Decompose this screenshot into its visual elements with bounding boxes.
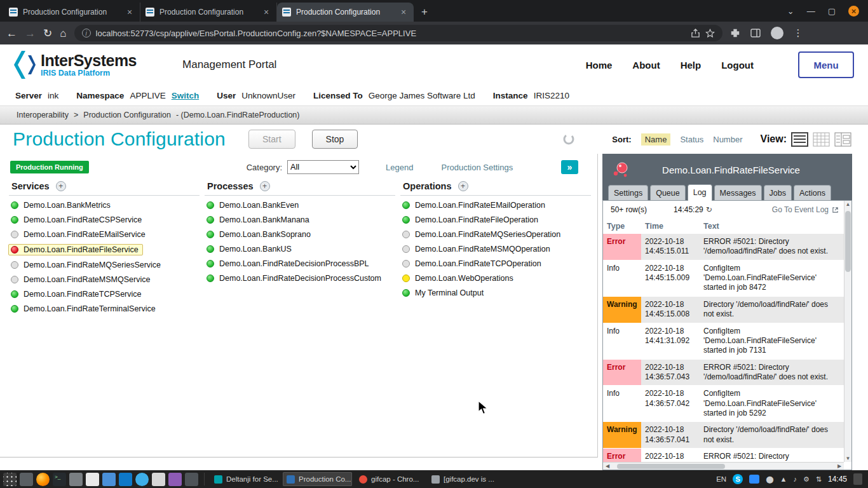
list-item[interactable]: Demo.Loan.BankMetrics xyxy=(9,200,114,210)
show-desktop-button[interactable] xyxy=(853,473,862,485)
category-select[interactable]: All xyxy=(287,160,359,174)
list-item[interactable]: Demo.Loan.FindRateEMailService xyxy=(9,229,149,240)
menu-button[interactable]: Menu xyxy=(798,51,854,78)
table-row[interactable]: Info 2022-10-18 14:45:15.009 ConfigItem … xyxy=(603,260,844,296)
side-panel-icon[interactable] xyxy=(750,28,761,38)
list-item[interactable]: Demo.Loan.FindRateMQSeriesOperation xyxy=(400,229,564,240)
legend-link[interactable]: Legend xyxy=(386,163,413,172)
table-row[interactable]: Error 2022-10-18 ERROR #5021: Directory xyxy=(603,449,844,462)
table-row[interactable]: Warning 2022-10-18 14:45:15.008 Director… xyxy=(603,296,844,323)
extensions-puzzle-icon[interactable] xyxy=(730,28,740,38)
browser-menu-icon[interactable]: ⋮ xyxy=(794,27,803,39)
add-process-button[interactable]: + xyxy=(260,181,270,191)
browser-app-icon[interactable] xyxy=(135,473,149,486)
breadcrumb-root[interactable]: Interoperability xyxy=(17,111,69,119)
nav-logout[interactable]: Logout xyxy=(721,60,754,71)
list-item[interactable]: Demo.Loan.FindRateMQSeriesService xyxy=(9,260,165,270)
view-split-icon[interactable] xyxy=(834,132,851,147)
task-button-deltanji[interactable]: Deltanji for Se... xyxy=(210,472,280,486)
tab-actions[interactable]: Actions xyxy=(794,185,831,200)
switch-link[interactable]: Switch xyxy=(172,91,200,100)
browser-tab-1[interactable]: Production Configuration × xyxy=(4,3,140,22)
table-row[interactable]: Warning 2022-10-18 14:36:57.041 Director… xyxy=(603,422,844,449)
tab-log[interactable]: Log xyxy=(688,184,712,201)
list-item[interactable]: Demo.Loan.BankEven xyxy=(205,200,302,210)
tab-jobs[interactable]: Jobs xyxy=(764,185,792,200)
list-item[interactable]: Demo.Loan.FindRateTerminalService xyxy=(9,304,159,314)
skype-tray-icon[interactable]: S xyxy=(733,474,743,484)
reload-icon[interactable]: ↻ xyxy=(43,28,52,39)
bookmark-star-icon[interactable] xyxy=(705,29,715,38)
sort-by-number[interactable]: Number xyxy=(713,135,742,144)
list-item[interactable]: Demo.Loan.BankUS xyxy=(205,244,295,254)
list-item[interactable]: Demo.Loan.FindRateMSMQOperation xyxy=(400,244,554,254)
url-text[interactable]: localhost:52773/csp/applive/EnsPortal.Pr… xyxy=(96,29,686,38)
media-tool-icon[interactable] xyxy=(168,473,182,486)
share-icon[interactable] xyxy=(691,29,700,38)
keyboard-layout-indicator[interactable]: EN xyxy=(716,475,726,483)
nav-about[interactable]: About xyxy=(632,60,660,71)
list-item[interactable]: Demo.Loan.FindRateDecisionProcessBPL xyxy=(205,259,373,269)
back-icon[interactable]: ← xyxy=(6,28,17,39)
taskbar-clock[interactable]: 14:45 xyxy=(828,475,847,484)
vertical-scroll-thumb[interactable] xyxy=(845,211,851,272)
scroll-down-arrow-icon[interactable]: ▼ xyxy=(844,456,851,461)
table-row[interactable]: Error 2022-10-18 14:36:57.043 ERROR #502… xyxy=(603,359,844,386)
file-manager-icon[interactable] xyxy=(20,473,33,486)
browser-tab-3-active[interactable]: Production Configuration × xyxy=(277,3,414,22)
site-info-icon[interactable]: i xyxy=(82,29,91,37)
firefox-icon[interactable] xyxy=(36,473,50,486)
list-item[interactable]: Demo.Loan.FindRateMSMQService xyxy=(9,274,154,285)
updates-tray-icon[interactable]: ⬤ xyxy=(766,475,773,484)
notes-app-icon[interactable] xyxy=(152,473,165,486)
start-button[interactable]: Start xyxy=(248,130,295,149)
col-text[interactable]: Text xyxy=(700,220,844,234)
view-grid-icon[interactable] xyxy=(813,132,830,147)
list-item[interactable]: Demo.Loan.FindRateTCPService xyxy=(9,289,146,299)
network-tray-icon[interactable]: ▲ xyxy=(780,475,787,483)
list-item[interactable]: My Terminal Output xyxy=(400,288,487,298)
table-row[interactable]: Info 2022-10-18 14:36:57.042 ConfigItem … xyxy=(603,386,844,422)
refresh-icon[interactable]: ↻ xyxy=(706,205,712,214)
tab-close-icon[interactable]: × xyxy=(261,7,271,17)
sort-by-name[interactable]: Name xyxy=(641,133,671,146)
list-item[interactable]: Demo.Loan.BankSoprano xyxy=(205,229,315,240)
scroll-up-arrow-icon[interactable]: ▲ xyxy=(844,201,851,207)
list-item[interactable]: Demo.Loan.BankManana xyxy=(205,215,313,225)
app-menu-icon[interactable] xyxy=(3,473,17,486)
address-bar[interactable]: i localhost:52773/csp/applive/EnsPortal.… xyxy=(74,25,722,41)
col-type[interactable]: Type xyxy=(603,220,641,234)
task-button-gifcap-sharing[interactable]: [gifcap.dev is ... xyxy=(428,472,497,486)
profile-avatar[interactable] xyxy=(771,27,783,39)
list-item[interactable]: Demo.Loan.FindRateEMailOperation xyxy=(400,200,549,210)
window-maximize-button[interactable]: ▢ xyxy=(828,6,836,16)
tab-queue[interactable]: Queue xyxy=(650,185,686,200)
new-tab-button[interactable]: + xyxy=(416,4,433,20)
task-button-gifcap[interactable]: gifcap - Chro... xyxy=(355,472,424,486)
view-list-icon[interactable] xyxy=(791,132,808,147)
camera-tray-icon[interactable] xyxy=(749,475,759,484)
system-tool-icon[interactable] xyxy=(69,473,83,486)
tab-search-chevron-icon[interactable]: ⌄ xyxy=(787,6,794,16)
home-icon[interactable]: ⌂ xyxy=(60,28,66,39)
screenshot-tool-icon[interactable] xyxy=(185,473,198,486)
tab-settings[interactable]: Settings xyxy=(608,185,648,200)
window-minimize-button[interactable]: — xyxy=(807,6,815,16)
production-settings-link[interactable]: Production Settings xyxy=(441,163,513,172)
nav-home[interactable]: Home xyxy=(586,60,613,71)
scroll-left-arrow-icon[interactable]: ◀ xyxy=(603,463,612,469)
list-item[interactable]: Demo.Loan.FindRateTCPOperation xyxy=(400,259,545,269)
code-editor-icon[interactable] xyxy=(119,473,132,486)
expand-panel-button[interactable]: » xyxy=(561,160,578,174)
stop-button[interactable]: Stop xyxy=(312,130,358,149)
window-close-button[interactable]: × xyxy=(848,6,859,17)
list-item[interactable]: Demo.Loan.FindRateDecisionProcessCustom xyxy=(205,273,385,283)
table-row[interactable]: Info 2022-10-18 14:41:31.092 ConfigItem … xyxy=(603,323,844,359)
add-operation-button[interactable]: + xyxy=(458,181,468,191)
settings-tray-icon[interactable]: ⚙ xyxy=(803,475,810,484)
volume-tray-icon[interactable]: ♪ xyxy=(793,475,797,483)
power-tray-icon[interactable]: ⇅ xyxy=(816,475,822,484)
tab-messages[interactable]: Messages xyxy=(714,185,762,200)
text-editor-icon[interactable] xyxy=(86,473,99,486)
table-row[interactable]: Error 2022-10-18 14:45:15.011 ERROR #502… xyxy=(603,234,844,260)
